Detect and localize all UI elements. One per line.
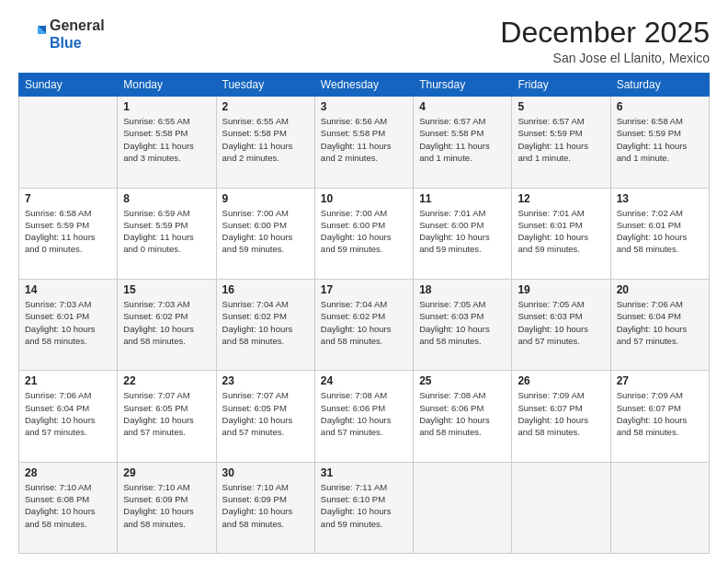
day-number: 27 <box>617 374 703 387</box>
col-tuesday: Tuesday <box>216 74 314 97</box>
day-number: 2 <box>222 100 309 113</box>
day-number: 4 <box>419 100 506 113</box>
table-row: 12Sunrise: 7:01 AM Sunset: 6:01 PM Dayli… <box>512 188 610 279</box>
day-info: Sunrise: 6:55 AM Sunset: 5:58 PM Dayligh… <box>123 115 210 164</box>
calendar-week-3: 14Sunrise: 7:03 AM Sunset: 6:01 PM Dayli… <box>19 279 710 370</box>
day-number: 31 <box>321 466 407 479</box>
location: San Jose el Llanito, Mexico <box>500 51 710 65</box>
day-info: Sunrise: 6:57 AM Sunset: 5:59 PM Dayligh… <box>518 115 604 164</box>
day-info: Sunrise: 7:06 AM Sunset: 6:04 PM Dayligh… <box>617 298 703 347</box>
table-row: 22Sunrise: 7:07 AM Sunset: 6:05 PM Dayli… <box>118 371 216 462</box>
day-info: Sunrise: 7:05 AM Sunset: 6:03 PM Dayligh… <box>419 298 506 347</box>
table-row: 18Sunrise: 7:05 AM Sunset: 6:03 PM Dayli… <box>414 279 512 370</box>
day-info: Sunrise: 7:00 AM Sunset: 6:00 PM Dayligh… <box>321 207 407 256</box>
day-number: 26 <box>518 374 604 387</box>
table-row: 5Sunrise: 6:57 AM Sunset: 5:59 PM Daylig… <box>512 97 610 188</box>
day-number: 8 <box>123 192 210 205</box>
table-row <box>610 462 709 553</box>
day-number: 16 <box>222 283 309 296</box>
logo-general: General <box>50 17 105 33</box>
day-info: Sunrise: 7:07 AM Sunset: 6:05 PM Dayligh… <box>123 389 210 438</box>
day-info: Sunrise: 7:03 AM Sunset: 6:02 PM Dayligh… <box>123 298 210 347</box>
day-info: Sunrise: 7:04 AM Sunset: 6:02 PM Dayligh… <box>321 298 407 347</box>
day-number: 23 <box>222 374 309 387</box>
table-row: 8Sunrise: 6:59 AM Sunset: 5:59 PM Daylig… <box>118 188 216 279</box>
table-row: 30Sunrise: 7:10 AM Sunset: 6:09 PM Dayli… <box>216 462 314 553</box>
col-wednesday: Wednesday <box>314 74 413 97</box>
day-info: Sunrise: 6:56 AM Sunset: 5:58 PM Dayligh… <box>321 115 407 164</box>
day-number: 22 <box>123 374 210 387</box>
day-number: 14 <box>25 283 111 296</box>
col-saturday: Saturday <box>610 74 709 97</box>
table-row: 7Sunrise: 6:58 AM Sunset: 5:59 PM Daylig… <box>19 188 118 279</box>
day-number: 24 <box>321 374 407 387</box>
col-monday: Monday <box>118 74 216 97</box>
header: General Blue December 2025 San Jose el L… <box>18 17 710 65</box>
table-row: 26Sunrise: 7:09 AM Sunset: 6:07 PM Dayli… <box>512 371 610 462</box>
day-number: 3 <box>321 100 407 113</box>
table-row: 29Sunrise: 7:10 AM Sunset: 6:09 PM Dayli… <box>118 462 216 553</box>
day-info: Sunrise: 7:09 AM Sunset: 6:07 PM Dayligh… <box>617 389 703 438</box>
table-row: 24Sunrise: 7:08 AM Sunset: 6:06 PM Dayli… <box>314 371 413 462</box>
logo: General Blue <box>18 17 105 52</box>
logo-text: General Blue <box>50 17 105 52</box>
col-sunday: Sunday <box>19 74 118 97</box>
day-number: 12 <box>518 192 604 205</box>
day-info: Sunrise: 7:06 AM Sunset: 6:04 PM Dayligh… <box>25 389 111 438</box>
day-info: Sunrise: 7:03 AM Sunset: 6:01 PM Dayligh… <box>25 298 111 347</box>
page: General Blue December 2025 San Jose el L… <box>0 0 728 563</box>
day-info: Sunrise: 7:01 AM Sunset: 6:01 PM Dayligh… <box>518 207 604 256</box>
calendar: Sunday Monday Tuesday Wednesday Thursday… <box>18 73 710 554</box>
day-info: Sunrise: 6:58 AM Sunset: 5:59 PM Dayligh… <box>617 115 703 164</box>
table-row <box>512 462 610 553</box>
calendar-week-5: 28Sunrise: 7:10 AM Sunset: 6:08 PM Dayli… <box>19 462 710 553</box>
day-number: 25 <box>419 374 506 387</box>
month-title: December 2025 <box>500 17 710 49</box>
table-row: 31Sunrise: 7:11 AM Sunset: 6:10 PM Dayli… <box>314 462 413 553</box>
day-info: Sunrise: 7:09 AM Sunset: 6:07 PM Dayligh… <box>518 389 604 438</box>
day-info: Sunrise: 7:10 AM Sunset: 6:08 PM Dayligh… <box>25 481 111 530</box>
day-number: 15 <box>123 283 210 296</box>
day-info: Sunrise: 7:10 AM Sunset: 6:09 PM Dayligh… <box>123 481 210 530</box>
calendar-week-2: 7Sunrise: 6:58 AM Sunset: 5:59 PM Daylig… <box>19 188 710 279</box>
day-number: 30 <box>222 466 309 479</box>
table-row: 3Sunrise: 6:56 AM Sunset: 5:58 PM Daylig… <box>314 97 413 188</box>
col-friday: Friday <box>512 74 610 97</box>
table-row: 16Sunrise: 7:04 AM Sunset: 6:02 PM Dayli… <box>216 279 314 370</box>
day-number: 17 <box>321 283 407 296</box>
day-info: Sunrise: 7:05 AM Sunset: 6:03 PM Dayligh… <box>518 298 604 347</box>
day-info: Sunrise: 7:02 AM Sunset: 6:01 PM Dayligh… <box>617 207 703 256</box>
header-row: Sunday Monday Tuesday Wednesday Thursday… <box>19 74 710 97</box>
table-row <box>19 97 118 188</box>
table-row: 4Sunrise: 6:57 AM Sunset: 5:58 PM Daylig… <box>414 97 512 188</box>
day-info: Sunrise: 7:04 AM Sunset: 6:02 PM Dayligh… <box>222 298 309 347</box>
day-info: Sunrise: 7:08 AM Sunset: 6:06 PM Dayligh… <box>321 389 407 438</box>
day-number: 7 <box>25 192 111 205</box>
table-row: 21Sunrise: 7:06 AM Sunset: 6:04 PM Dayli… <box>19 371 118 462</box>
table-row: 15Sunrise: 7:03 AM Sunset: 6:02 PM Dayli… <box>118 279 216 370</box>
table-row: 20Sunrise: 7:06 AM Sunset: 6:04 PM Dayli… <box>610 279 709 370</box>
table-row: 19Sunrise: 7:05 AM Sunset: 6:03 PM Dayli… <box>512 279 610 370</box>
day-info: Sunrise: 7:10 AM Sunset: 6:09 PM Dayligh… <box>222 481 309 530</box>
table-row: 6Sunrise: 6:58 AM Sunset: 5:59 PM Daylig… <box>610 97 709 188</box>
table-row: 28Sunrise: 7:10 AM Sunset: 6:08 PM Dayli… <box>19 462 118 553</box>
day-info: Sunrise: 7:01 AM Sunset: 6:00 PM Dayligh… <box>419 207 506 256</box>
table-row: 1Sunrise: 6:55 AM Sunset: 5:58 PM Daylig… <box>118 97 216 188</box>
day-number: 19 <box>518 283 604 296</box>
table-row: 9Sunrise: 7:00 AM Sunset: 6:00 PM Daylig… <box>216 188 314 279</box>
table-row: 14Sunrise: 7:03 AM Sunset: 6:01 PM Dayli… <box>19 279 118 370</box>
col-thursday: Thursday <box>414 74 512 97</box>
day-number: 11 <box>419 192 506 205</box>
table-row: 17Sunrise: 7:04 AM Sunset: 6:02 PM Dayli… <box>314 279 413 370</box>
day-info: Sunrise: 7:08 AM Sunset: 6:06 PM Dayligh… <box>419 389 506 438</box>
logo-icon <box>18 20 46 48</box>
day-number: 29 <box>123 466 210 479</box>
day-number: 18 <box>419 283 506 296</box>
day-number: 10 <box>321 192 407 205</box>
day-info: Sunrise: 6:57 AM Sunset: 5:58 PM Dayligh… <box>419 115 506 164</box>
table-row: 2Sunrise: 6:55 AM Sunset: 5:58 PM Daylig… <box>216 97 314 188</box>
table-row: 11Sunrise: 7:01 AM Sunset: 6:00 PM Dayli… <box>414 188 512 279</box>
calendar-week-4: 21Sunrise: 7:06 AM Sunset: 6:04 PM Dayli… <box>19 371 710 462</box>
title-block: December 2025 San Jose el Llanito, Mexic… <box>500 17 710 65</box>
day-number: 13 <box>617 192 703 205</box>
